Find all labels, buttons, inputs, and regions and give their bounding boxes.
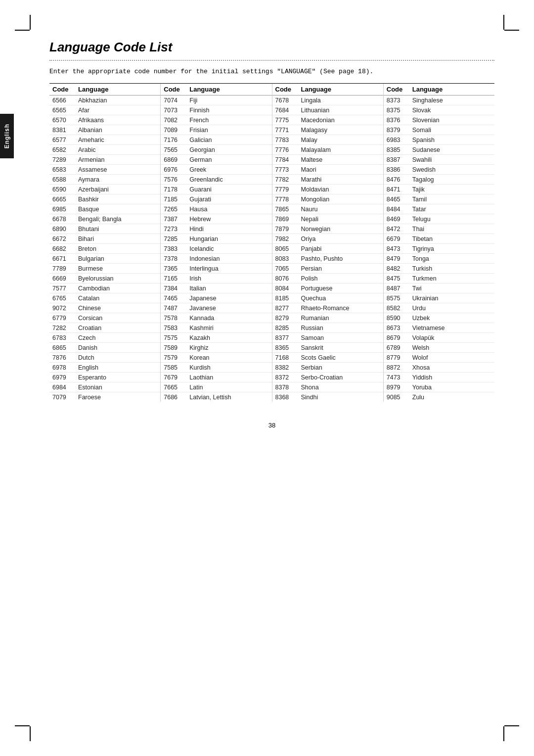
- language-code: 7579: [164, 354, 189, 361]
- table-row: 7678Lingala: [272, 95, 383, 105]
- language-name: Thai: [412, 226, 424, 233]
- language-code: 6566: [52, 97, 78, 104]
- table-row: 7665Latin: [161, 382, 271, 392]
- language-code: 6976: [164, 166, 189, 173]
- language-code: 8387: [387, 156, 412, 163]
- language-name: Kirghiz: [189, 344, 208, 351]
- language-name: Hebrew: [189, 216, 211, 223]
- language-code: 6565: [52, 107, 78, 114]
- table-row: 8469Telugu: [384, 214, 494, 224]
- table-row: 8465Tamil: [384, 194, 494, 204]
- table-row: 8378Shona: [272, 382, 383, 392]
- language-name: Armenian: [78, 156, 105, 163]
- language-code: 6588: [52, 176, 78, 183]
- language-code: 7778: [275, 196, 301, 203]
- language-name: Slovenian: [412, 117, 440, 124]
- language-code: 7789: [52, 265, 78, 272]
- language-code: 6865: [52, 344, 78, 351]
- language-code: 8575: [387, 295, 412, 302]
- table-row: 7865Nauru: [272, 204, 383, 214]
- language-code: 8065: [275, 245, 301, 252]
- language-name: Rumanian: [301, 315, 329, 322]
- table-row: 7776Malayalam: [272, 145, 383, 155]
- language-name: Fiji: [189, 97, 197, 104]
- table-row: 6865Danish: [49, 343, 160, 353]
- language-code: 6979: [52, 374, 78, 381]
- language-name: Lithuanian: [301, 107, 330, 114]
- table-row: 8479Tonga: [384, 254, 494, 264]
- english-side-tab: English: [0, 114, 14, 158]
- language-code: 6582: [52, 146, 78, 153]
- table-row: 6983Spanish: [384, 135, 494, 145]
- language-code: 7583: [164, 325, 189, 331]
- language-code: 6783: [52, 334, 78, 341]
- language-name: Gujarati: [189, 196, 211, 203]
- language-name: Zulu: [412, 394, 424, 401]
- language-code: 7585: [164, 364, 189, 371]
- language-code: 6671: [52, 255, 78, 262]
- language-code: 8285: [275, 325, 301, 331]
- language-name: Esperanto: [78, 374, 106, 381]
- table-row: 8076Polish: [272, 274, 383, 284]
- language-code: 7589: [164, 344, 189, 351]
- language-name: Tigrinya: [412, 245, 434, 252]
- language-code: 7869: [275, 216, 301, 223]
- language-code: 7784: [275, 156, 301, 163]
- language-code: 7783: [275, 137, 301, 143]
- language-name: Faroese: [78, 394, 101, 401]
- table-row: 8872Xhosa: [384, 363, 494, 373]
- table-row: 6779Corsican: [49, 313, 160, 323]
- table-row: 9085Zulu: [384, 392, 494, 402]
- table-row: 6669Byelorussian: [49, 274, 160, 284]
- language-name: Sudanese: [412, 146, 440, 153]
- language-name: Japanese: [189, 295, 216, 302]
- table-row: 7282Croatian: [49, 323, 160, 333]
- language-name: Cambodian: [78, 285, 110, 292]
- language-code: 8979: [387, 384, 412, 391]
- column-header-2: CodeLanguage: [161, 84, 271, 95]
- language-name: Latvian, Lettish: [189, 394, 231, 401]
- language-name: Panjabi: [301, 245, 322, 252]
- language-code: 7285: [164, 236, 189, 242]
- table-row: 6869German: [161, 155, 271, 165]
- language-name: Twi: [412, 285, 422, 292]
- table-row: 8482Turkish: [384, 264, 494, 274]
- column-header-language: Language: [78, 86, 108, 93]
- language-name: Macedonian: [301, 117, 335, 124]
- language-code: 6984: [52, 384, 78, 391]
- table-row: 8382Serbian: [272, 363, 383, 373]
- column-header-4: CodeLanguage: [384, 84, 494, 95]
- language-name: Lingala: [301, 97, 321, 104]
- table-row: 6672Bihari: [49, 234, 160, 244]
- language-name: Sanskrit: [301, 344, 323, 351]
- language-name: Swahili: [412, 156, 432, 163]
- table-row: 7487Javanese: [161, 303, 271, 313]
- table-row: 7178Guarani: [161, 185, 271, 194]
- table-row: 6765Catalan: [49, 293, 160, 303]
- language-name: Scots Gaelic: [301, 354, 336, 361]
- language-code: 7465: [164, 295, 189, 302]
- language-code: 8590: [387, 315, 412, 322]
- language-name: Georgian: [189, 146, 215, 153]
- column-header-code: Code: [275, 86, 301, 93]
- language-code: 6679: [387, 236, 412, 242]
- table-row: 8472Thai: [384, 224, 494, 234]
- language-name: Hausa: [189, 206, 207, 213]
- language-code: 6789: [387, 344, 412, 351]
- language-code: 8385: [387, 146, 412, 153]
- column-rows: 7678Lingala7684Lithuanian7775Macedonian7…: [272, 95, 383, 402]
- table-row: 6976Greek: [161, 165, 271, 175]
- language-name: Tagalog: [412, 176, 434, 183]
- corner-mark-br-vertical: [503, 726, 504, 741]
- language-name: Icelandic: [189, 245, 214, 252]
- corner-mark-br-horizontal: [504, 725, 519, 726]
- language-name: Tajik: [412, 186, 425, 193]
- language-code: 8083: [275, 255, 301, 262]
- table-row: 6783Czech: [49, 333, 160, 343]
- language-code: 8379: [387, 127, 412, 134]
- table-row: 7577Cambodian: [49, 284, 160, 293]
- language-name: Bashkir: [78, 196, 99, 203]
- language-name: Yoruba: [412, 384, 432, 391]
- language-name: Tamil: [412, 196, 427, 203]
- language-name: Albanian: [78, 127, 102, 134]
